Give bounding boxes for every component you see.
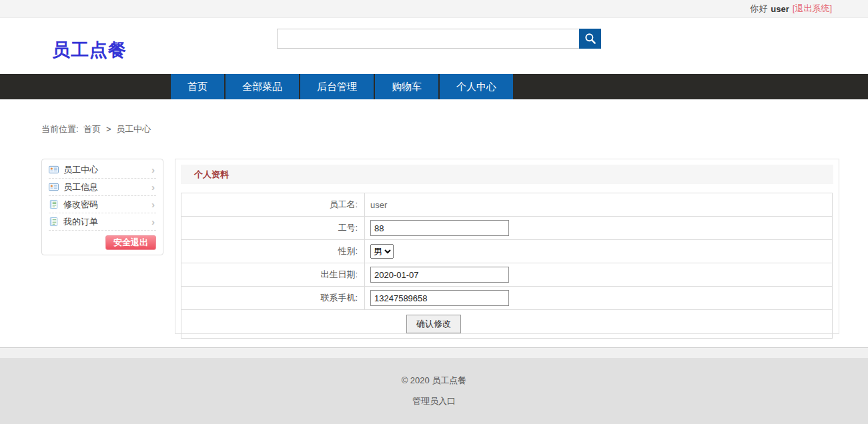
sidebar-item-my-orders[interactable]: 我的订单› xyxy=(49,213,156,231)
job-number-label: 工号: xyxy=(181,217,365,240)
form-row-gender: 性别:男 xyxy=(181,240,833,263)
id-card-icon xyxy=(49,182,59,192)
nav-item-all-dishes[interactable]: 全部菜品 xyxy=(226,74,299,99)
sidebar-item-label: 员工中心 xyxy=(63,164,98,176)
admin-entry-link[interactable]: 管理员入口 xyxy=(0,395,868,407)
logout-link[interactable]: [退出系统] xyxy=(793,3,832,15)
safe-logout-button[interactable]: 安全退出 xyxy=(105,235,156,250)
profile-panel: 个人资料 员工名:user工号:性别:男出生日期:联系手机: 确认修改 xyxy=(175,159,839,334)
username-value: user xyxy=(370,200,387,210)
profile-form-table: 员工名:user工号:性别:男出生日期:联系手机: 确认修改 xyxy=(181,193,833,339)
sidebar-item-label: 我的订单 xyxy=(63,216,98,228)
sidebar-item-employee-center[interactable]: 员工中心› xyxy=(49,161,156,179)
navbar: 首页全部菜品后台管理购物车个人中心 xyxy=(0,74,868,99)
content: 当前位置: 首页 > 员工中心 员工中心›员工信息›修改密码›我的订单› 安全退… xyxy=(0,99,868,347)
username-text: user xyxy=(771,4,789,14)
search-input[interactable] xyxy=(277,29,579,49)
job-number-input[interactable] xyxy=(370,220,509,236)
header: 员工点餐 xyxy=(0,18,868,74)
sidebar-logout-row: 安全退出 xyxy=(49,231,156,250)
topbar: 你好 user [退出系统] xyxy=(0,0,868,18)
chevron-right-icon: › xyxy=(151,199,156,209)
gender-select[interactable]: 男 xyxy=(370,244,394,259)
nav-item-personal-center[interactable]: 个人中心 xyxy=(440,74,513,99)
breadcrumb-prefix: 当前位置: xyxy=(41,124,79,134)
breadcrumb: 当前位置: 首页 > 员工中心 xyxy=(41,123,153,135)
breadcrumb-current: 员工中心 xyxy=(116,124,151,134)
id-card-icon xyxy=(49,165,59,175)
sidebar-item-label: 修改密码 xyxy=(63,199,98,211)
nav-item-cart[interactable]: 购物车 xyxy=(375,74,438,99)
phone-label: 联系手机: xyxy=(181,287,365,310)
chevron-right-icon: › xyxy=(151,182,156,192)
gender-cell: 男 xyxy=(365,240,833,263)
footer-divider-strip xyxy=(0,347,868,358)
chevron-right-icon: › xyxy=(151,217,156,227)
search-button[interactable] xyxy=(579,29,601,49)
gender-label: 性别: xyxy=(181,240,365,263)
form-row-username: 员工名:user xyxy=(181,193,833,217)
username-label: 员工名: xyxy=(181,193,365,217)
sidebar-item-change-password[interactable]: 修改密码› xyxy=(49,196,156,213)
form-row-birth-date: 出生日期: xyxy=(181,263,833,287)
search-icon xyxy=(584,32,597,45)
breadcrumb-separator: > xyxy=(106,124,111,134)
job-number-cell xyxy=(365,217,833,240)
sidebar-item-employee-info[interactable]: 员工信息› xyxy=(49,179,156,196)
breadcrumb-home-link[interactable]: 首页 xyxy=(83,124,101,134)
confirm-edit-button[interactable]: 确认修改 xyxy=(406,315,461,333)
copyright-text: © 2020 员工点餐 xyxy=(0,358,868,387)
footer: © 2020 员工点餐 管理员入口 xyxy=(0,358,868,424)
phone-input[interactable] xyxy=(370,290,509,306)
sidebar: 员工中心›员工信息›修改密码›我的订单› 安全退出 xyxy=(41,159,163,255)
sidebar-menu: 员工中心›员工信息›修改密码›我的订单› xyxy=(49,161,156,231)
birth-date-label: 出生日期: xyxy=(181,263,365,287)
greeting-text: 你好 xyxy=(750,3,767,15)
search-bar xyxy=(277,29,601,49)
document-icon xyxy=(49,217,59,227)
birth-date-cell xyxy=(365,263,833,287)
profile-form-rows: 员工名:user工号:性别:男出生日期:联系手机: xyxy=(181,193,833,310)
birth-date-input[interactable] xyxy=(370,267,509,283)
phone-cell xyxy=(365,287,833,310)
site-logo[interactable]: 员工点餐 xyxy=(52,38,127,62)
sidebar-item-label: 员工信息 xyxy=(63,181,98,193)
form-row-submit: 确认修改 xyxy=(181,310,833,339)
nav-item-home[interactable]: 首页 xyxy=(171,74,224,99)
page: 你好 user [退出系统] 员工点餐 首页全部菜品后台管理购物车个人中心 当前… xyxy=(0,0,868,424)
form-row-phone: 联系手机: xyxy=(181,287,833,310)
nav-item-admin[interactable]: 后台管理 xyxy=(300,74,374,99)
username-cell: user xyxy=(365,193,833,217)
form-row-job-number: 工号: xyxy=(181,217,833,240)
main-nav: 首页全部菜品后台管理购物车个人中心 xyxy=(0,74,868,99)
document-icon xyxy=(49,199,59,209)
panel-title: 个人资料 xyxy=(181,165,833,184)
chevron-right-icon: › xyxy=(151,165,156,175)
